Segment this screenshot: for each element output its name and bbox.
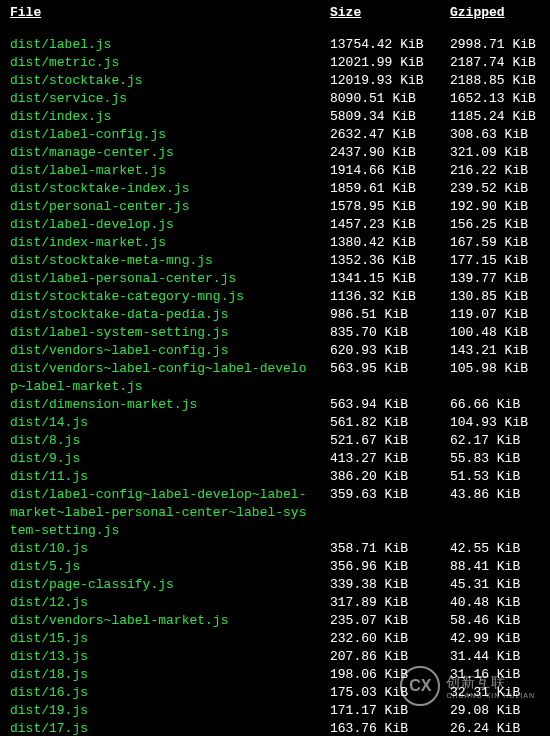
table-row: dist/label.js13754.42 KiB2998.71 KiB [10, 36, 540, 54]
file-gzipped: 321.09 KiB [450, 144, 550, 162]
file-size: 1859.61 KiB [330, 180, 450, 198]
table-row: dist/9.js413.27 KiB55.83 KiB [10, 450, 540, 468]
file-gzipped: 119.07 KiB [450, 306, 550, 324]
file-name: dist/stocktake.js [10, 72, 330, 90]
file-name: dist/11.js [10, 468, 330, 486]
file-size: 358.71 KiB [330, 540, 450, 558]
file-gzipped: 26.24 KiB [450, 720, 550, 736]
table-row-wrapped: dist/label-config~label-develop~label- 3… [10, 486, 540, 504]
file-size: 2437.90 KiB [330, 144, 450, 162]
file-gzipped: 143.21 KiB [450, 342, 550, 360]
file-name: dist/16.js [10, 684, 330, 702]
file-gzipped: 177.15 KiB [450, 252, 550, 270]
file-size: 163.76 KiB [330, 720, 450, 736]
file-name: dist/vendors~label-config~label-develo [10, 360, 330, 378]
file-gzipped: 43.86 KiB [450, 486, 550, 504]
file-gzipped: 42.99 KiB [450, 630, 550, 648]
table-row: dist/stocktake.js12019.93 KiB2188.85 KiB [10, 72, 540, 90]
file-gzipped: 45.31 KiB [450, 576, 550, 594]
file-gzipped: 2188.85 KiB [450, 72, 550, 90]
file-name-continuation: p~label-market.js [10, 378, 540, 396]
file-gzipped: 100.48 KiB [450, 324, 550, 342]
file-size: 835.70 KiB [330, 324, 450, 342]
file-list-section-1: dist/label.js13754.42 KiB2998.71 KiBdist… [10, 36, 540, 360]
file-name: dist/9.js [10, 450, 330, 468]
file-gzipped: 104.93 KiB [450, 414, 550, 432]
file-name: dist/17.js [10, 720, 330, 736]
file-gzipped: 62.17 KiB [450, 432, 550, 450]
file-name: dist/label-config~label-develop~label- [10, 486, 330, 504]
file-gzipped: 308.63 KiB [450, 126, 550, 144]
file-size: 386.20 KiB [330, 468, 450, 486]
table-row: dist/stocktake-data-pedia.js986.51 KiB11… [10, 306, 540, 324]
table-row: dist/dimension-market.js563.94 KiB66.66 … [10, 396, 540, 414]
table-row: dist/label-develop.js1457.23 KiB156.25 K… [10, 216, 540, 234]
file-size: 563.95 KiB [330, 360, 450, 378]
file-size: 356.96 KiB [330, 558, 450, 576]
table-row: dist/label-personal-center.js1341.15 KiB… [10, 270, 540, 288]
file-gzipped: 2187.74 KiB [450, 54, 550, 72]
file-size: 986.51 KiB [330, 306, 450, 324]
file-size: 8090.51 KiB [330, 90, 450, 108]
file-gzipped: 105.98 KiB [450, 360, 550, 378]
file-size: 13754.42 KiB [330, 36, 450, 54]
file-size: 620.93 KiB [330, 342, 450, 360]
file-size: 521.67 KiB [330, 432, 450, 450]
file-size: 12021.99 KiB [330, 54, 450, 72]
table-header: File Size Gzipped [10, 4, 540, 22]
file-name: dist/5.js [10, 558, 330, 576]
table-row: dist/stocktake-category-mng.js1136.32 Ki… [10, 288, 540, 306]
watermark-text: 创新互联 [446, 674, 535, 692]
table-row: dist/metric.js12021.99 KiB2187.74 KiB [10, 54, 540, 72]
file-name: dist/label-develop.js [10, 216, 330, 234]
file-name: dist/personal-center.js [10, 198, 330, 216]
table-row: dist/service.js8090.51 KiB1652.13 KiB [10, 90, 540, 108]
file-name: dist/page-classify.js [10, 576, 330, 594]
file-size: 207.86 KiB [330, 648, 450, 666]
table-row: dist/13.js207.86 KiB31.44 KiB [10, 648, 540, 666]
table-row: dist/label-market.js1914.66 KiB216.22 Ki… [10, 162, 540, 180]
file-name: dist/14.js [10, 414, 330, 432]
watermark: CX 创新互联 CHUANG XIN HULIAN [400, 666, 535, 706]
file-size: 561.82 KiB [330, 414, 450, 432]
file-size: 317.89 KiB [330, 594, 450, 612]
file-name: dist/label-system-setting.js [10, 324, 330, 342]
file-name: dist/8.js [10, 432, 330, 450]
file-gzipped: 216.22 KiB [450, 162, 550, 180]
file-name: dist/stocktake-meta-mng.js [10, 252, 330, 270]
file-size: 232.60 KiB [330, 630, 450, 648]
table-row: dist/index.js5809.34 KiB1185.24 KiB [10, 108, 540, 126]
file-name: dist/service.js [10, 90, 330, 108]
table-row: dist/17.js163.76 KiB26.24 KiB [10, 720, 540, 736]
table-row: dist/page-classify.js339.38 KiB45.31 KiB [10, 576, 540, 594]
file-name: dist/13.js [10, 648, 330, 666]
table-row: dist/stocktake-meta-mng.js1352.36 KiB177… [10, 252, 540, 270]
file-gzipped: 40.48 KiB [450, 594, 550, 612]
file-size: 1352.36 KiB [330, 252, 450, 270]
file-size: 563.94 KiB [330, 396, 450, 414]
table-row: dist/11.js386.20 KiB51.53 KiB [10, 468, 540, 486]
file-gzipped: 130.85 KiB [450, 288, 550, 306]
file-gzipped: 31.44 KiB [450, 648, 550, 666]
file-name: dist/label.js [10, 36, 330, 54]
table-row: dist/12.js317.89 KiB40.48 KiB [10, 594, 540, 612]
table-row: dist/label-system-setting.js835.70 KiB10… [10, 324, 540, 342]
table-row: dist/10.js358.71 KiB42.55 KiB [10, 540, 540, 558]
table-row: dist/5.js356.96 KiB88.41 KiB [10, 558, 540, 576]
file-name: dist/10.js [10, 540, 330, 558]
file-name: dist/metric.js [10, 54, 330, 72]
table-row: dist/personal-center.js1578.95 KiB192.90… [10, 198, 540, 216]
table-row: dist/8.js521.67 KiB62.17 KiB [10, 432, 540, 450]
file-gzipped: 139.77 KiB [450, 270, 550, 288]
file-name: dist/manage-center.js [10, 144, 330, 162]
file-gzipped: 192.90 KiB [450, 198, 550, 216]
file-size: 1341.15 KiB [330, 270, 450, 288]
file-name: dist/19.js [10, 702, 330, 720]
file-name: dist/label-market.js [10, 162, 330, 180]
table-row-wrapped: dist/vendors~label-config~label-develo 5… [10, 360, 540, 378]
file-gzipped: 51.53 KiB [450, 468, 550, 486]
file-gzipped: 239.52 KiB [450, 180, 550, 198]
file-gzipped: 156.25 KiB [450, 216, 550, 234]
table-row: dist/vendors~label-config.js620.93 KiB14… [10, 342, 540, 360]
file-gzipped: 167.59 KiB [450, 234, 550, 252]
